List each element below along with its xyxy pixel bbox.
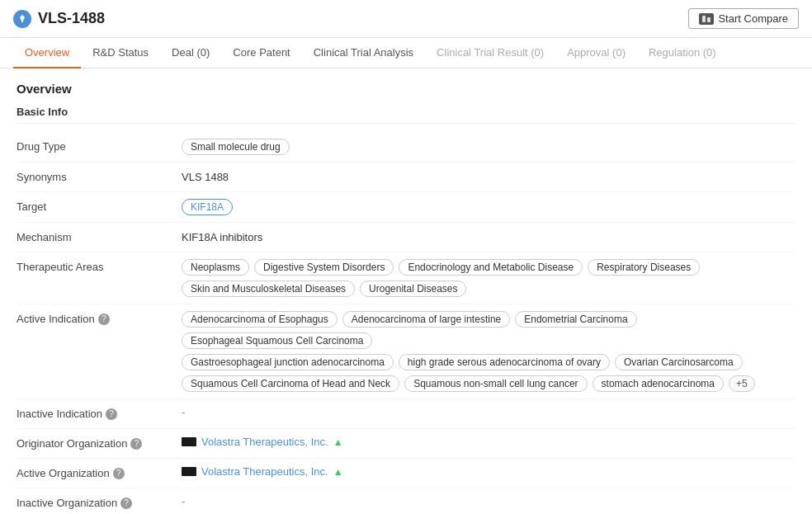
active-indication-tag: Squamous non-small cell lung cancer xyxy=(404,375,587,392)
therapeutic-area-tag: Neoplasms xyxy=(182,259,249,276)
synonyms-value: VLS 1488 xyxy=(182,169,795,183)
inactive-indication-row: Inactive Indication ? - xyxy=(17,399,795,429)
active-indication-tag: Ovarian Carcinosarcoma xyxy=(615,354,743,370)
therapeutic-areas-value: NeoplasmsDigestive System DisordersEndoc… xyxy=(182,259,795,297)
inactive-org-label: Inactive Organization ? xyxy=(17,495,182,509)
active-indication-more[interactable]: +5 xyxy=(729,375,755,392)
active-indication-tag: Endometrial Carcinoma xyxy=(515,311,636,328)
drug-type-label: Drug Type xyxy=(17,139,182,153)
active-org-link[interactable]: Volastra Therapeutics, Inc. xyxy=(201,465,328,478)
active-indication-tag: Esophageal Squamous Cell Carcinoma xyxy=(182,332,372,349)
drug-type-value: Small molecule drug xyxy=(182,139,795,155)
target-label: Target xyxy=(17,199,182,213)
mechanism-text: KIF18A inhibitors xyxy=(182,229,262,243)
tab-deal[interactable]: Deal (0) xyxy=(160,38,221,68)
active-org-label: Active Organization ? xyxy=(17,465,182,479)
originator-org-row: Originator Organization ? Volastra Thera… xyxy=(17,429,795,459)
header-left: VLS-1488 xyxy=(13,10,105,28)
basic-info-title: Basic Info xyxy=(17,106,795,124)
active-indication-row: Active Indication ? Adenocarcinoma of Es… xyxy=(17,304,795,399)
synonyms-label: Synonyms xyxy=(17,169,182,183)
originator-trend-icon: ▲ xyxy=(333,436,343,448)
drug-type-tag: Small molecule drug xyxy=(182,139,290,155)
svg-point-0 xyxy=(21,15,24,17)
originator-org-label: Originator Organization ? xyxy=(17,436,182,450)
therapeutic-area-tag: Endocrinology and Metabolic Disease xyxy=(399,259,583,276)
originator-org-value: Volastra Therapeutics, Inc. ▲ xyxy=(182,436,795,448)
inactive-indication-help-icon[interactable]: ? xyxy=(106,408,117,420)
active-org-flag xyxy=(182,467,196,476)
inactive-org-dash: - xyxy=(182,495,185,507)
inactive-indication-value: - xyxy=(182,406,795,418)
compare-icon xyxy=(699,13,714,25)
start-compare-button[interactable]: Start Compare xyxy=(688,8,799,29)
active-indication-label: Active Indication ? xyxy=(17,311,182,325)
tab-clinical-trial-analysis[interactable]: Clinical Trial Analysis xyxy=(302,38,425,68)
therapeutic-area-tag: Urogenital Diseases xyxy=(360,281,466,297)
tab-approval: Approval (0) xyxy=(555,38,637,68)
tab-regulation: Regulation (0) xyxy=(637,38,728,68)
active-indication-tag: Squamous Cell Carcinoma of Head and Neck xyxy=(182,375,399,392)
therapeutic-areas-label: Therapeutic Areas xyxy=(17,259,182,273)
drug-type-row: Drug Type Small molecule drug xyxy=(17,132,795,163)
content-area: Overview Basic Info Drug Type Small mole… xyxy=(0,68,812,514)
mechanism-label: Mechanism xyxy=(17,229,182,243)
active-org-help-icon[interactable]: ? xyxy=(113,468,125,479)
active-indication-tag: stomach adenocarcinoma xyxy=(592,375,724,392)
header: VLS-1488 Start Compare xyxy=(0,0,812,38)
target-row: Target KIF18A xyxy=(17,192,795,223)
active-trend-icon: ▲ xyxy=(333,466,343,478)
nav-tabs: Overview R&D Status Deal (0) Core Patent… xyxy=(0,38,812,68)
svg-rect-2 xyxy=(707,17,710,22)
active-indication-tag: Adenocarcinoma of large intestine xyxy=(342,311,510,328)
originator-org-link[interactable]: Volastra Therapeutics, Inc. xyxy=(201,436,328,448)
inactive-indication-label: Inactive Indication ? xyxy=(17,406,182,420)
active-org-row: Active Organization ? Volastra Therapeut… xyxy=(17,459,795,488)
mechanism-value: KIF18A inhibitors xyxy=(182,229,795,243)
originator-org-entry: Volastra Therapeutics, Inc. ▲ xyxy=(182,436,343,448)
active-indication-tag: high grade serous adenocarcinoma of ovar… xyxy=(399,354,610,370)
active-org-value: Volastra Therapeutics, Inc. ▲ xyxy=(182,465,795,478)
therapeutic-area-tag: Digestive System Disorders xyxy=(254,259,394,276)
active-indication-help-icon[interactable]: ? xyxy=(98,314,110,325)
tab-overview[interactable]: Overview xyxy=(13,38,81,68)
synonyms-row: Synonyms VLS 1488 xyxy=(17,163,795,192)
tab-core-patent[interactable]: Core Patent xyxy=(221,38,301,68)
compare-button-label: Start Compare xyxy=(718,12,788,25)
originator-org-help-icon[interactable]: ? xyxy=(130,438,142,450)
tab-clinical-trial-result: Clinical Trial Result (0) xyxy=(425,38,555,68)
drug-icon xyxy=(13,10,31,28)
svg-rect-1 xyxy=(702,16,706,22)
active-indication-tag: Gastroesophageal junction adenocarcinoma xyxy=(182,354,394,370)
therapeutic-area-tag: Respiratory Diseases xyxy=(588,259,700,276)
target-value: KIF18A xyxy=(182,199,795,215)
therapeutic-areas-row: Therapeutic Areas NeoplasmsDigestive Sys… xyxy=(17,252,795,304)
active-indication-value: Adenocarcinoma of EsophagusAdenocarcinom… xyxy=(182,311,795,392)
inactive-org-help-icon[interactable]: ? xyxy=(120,497,132,509)
mechanism-row: Mechanism KIF18A inhibitors xyxy=(17,223,795,252)
tab-rd-status[interactable]: R&D Status xyxy=(81,38,160,68)
inactive-org-row: Inactive Organization ? - xyxy=(17,488,795,514)
target-tag[interactable]: KIF18A xyxy=(182,199,233,215)
therapeutic-area-tag: Skin and Musculoskeletal Diseases xyxy=(182,281,355,297)
page-title: VLS-1488 xyxy=(38,10,105,27)
active-indication-tag: Adenocarcinoma of Esophagus xyxy=(182,311,338,328)
active-org-entry: Volastra Therapeutics, Inc. ▲ xyxy=(182,465,343,478)
inactive-org-value: - xyxy=(182,495,795,507)
inactive-indication-dash: - xyxy=(182,406,185,418)
synonyms-text: VLS 1488 xyxy=(182,169,229,183)
originator-org-flag xyxy=(182,437,196,446)
overview-title: Overview xyxy=(17,82,795,96)
